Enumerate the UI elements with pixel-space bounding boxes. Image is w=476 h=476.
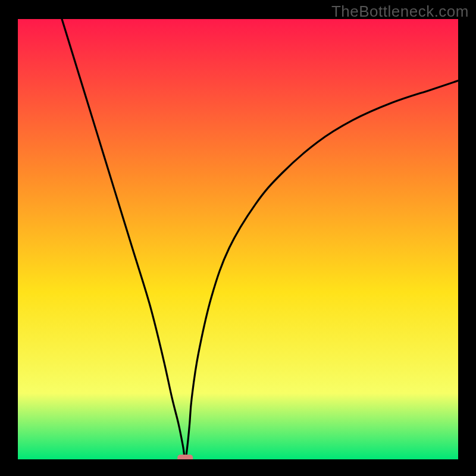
- chart-svg: [18, 19, 458, 459]
- gradient-background: [18, 19, 458, 459]
- marker-dot: [177, 455, 193, 459]
- watermark-text: TheBottleneck.com: [331, 2, 469, 21]
- plot-area: [18, 19, 458, 459]
- chart-frame: TheBottleneck.com: [0, 0, 476, 476]
